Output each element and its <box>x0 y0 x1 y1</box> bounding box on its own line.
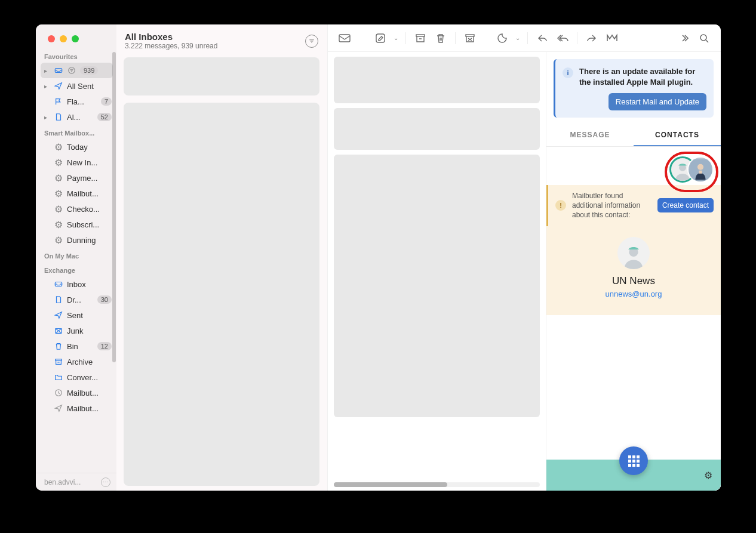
sidebar-item-conversations[interactable]: Conver... <box>36 369 116 385</box>
sidebar-item-label: Inbox <box>67 280 112 289</box>
sidebar: Favourites ▸ 939 ▸ All Sent Fla... 7 ▸ <box>36 24 116 491</box>
sidebar-item-all-sent[interactable]: ▸ All Sent <box>36 78 116 94</box>
app-window: Favourites ▸ 939 ▸ All Sent Fla... 7 ▸ <box>36 24 721 491</box>
message-list-column: All Inboxes 3.222 messages, 939 unread <box>116 24 327 491</box>
sidebar-item-all-inboxes[interactable]: ▸ 939 <box>41 63 113 78</box>
mailbox-subtitle: 3.222 messages, 939 unread <box>125 42 217 50</box>
contact-email-link[interactable]: unnews@un.org <box>606 289 662 298</box>
junk-button[interactable] <box>462 30 478 47</box>
sidebar-item-archive[interactable]: Archive <box>36 354 116 369</box>
sidebar-item-subscriptions[interactable]: ⚙Subscri... <box>36 217 116 232</box>
sidebar-footer[interactable]: ben.advvi... ⋯ <box>36 473 116 491</box>
sidebar-item-bin[interactable]: Bin12 <box>36 338 116 354</box>
sidebar-item-checkout[interactable]: ⚙Checko... <box>36 201 116 217</box>
account-menu-icon[interactable]: ⋯ <box>101 477 110 487</box>
svg-rect-7 <box>376 34 385 42</box>
separator <box>455 32 456 44</box>
trash-icon <box>54 341 63 351</box>
sidebar-item-flagged[interactable]: Fla... 7 <box>36 94 116 109</box>
maximize-window-button[interactable] <box>72 35 79 42</box>
horizontal-scrollbar[interactable] <box>334 482 540 487</box>
mailbutler-button[interactable] <box>604 30 620 47</box>
more-button[interactable] <box>675 30 692 47</box>
sidebar-item-all-drafts[interactable]: ▸ Al... 52 <box>36 109 116 125</box>
gear-icon: ⚙ <box>54 235 63 245</box>
archive-icon <box>54 357 63 366</box>
sidebar-item-mailbutler-sent[interactable]: Mailbut... <box>36 400 116 416</box>
message-preview-placeholder[interactable] <box>124 57 319 95</box>
sidebar-item-label: Fla... <box>67 97 97 106</box>
sidebar-item-label: Archive <box>67 358 112 366</box>
separator <box>577 32 577 44</box>
sidebar-item-label: Al... <box>67 113 94 122</box>
tab-contacts[interactable]: CONTACTS <box>634 131 721 146</box>
grid-icon <box>628 455 640 467</box>
separator <box>527 32 528 44</box>
sidebar-item-today[interactable]: ⚙Today <box>36 139 116 155</box>
reply-button[interactable] <box>534 30 551 47</box>
inbox-icon <box>54 279 63 289</box>
compose-button[interactable] <box>372 30 389 47</box>
annotation-circle <box>665 152 718 192</box>
sidebar-item-label: Sent <box>67 311 112 320</box>
section-exchange: Exchange <box>36 262 116 276</box>
sidebar-item-label: Dunning <box>67 236 112 245</box>
minimize-window-button[interactable] <box>60 35 67 42</box>
delete-button[interactable] <box>432 30 449 47</box>
message-view[interactable] <box>328 52 546 491</box>
forward-button[interactable] <box>583 30 600 47</box>
sidebar-item-new-in[interactable]: ⚙New In... <box>36 155 116 170</box>
sidebar-item-junk[interactable]: Junk <box>36 323 116 338</box>
create-contact-button[interactable]: Create contact <box>657 198 714 212</box>
gear-icon: ⚙ <box>54 158 63 167</box>
sidebar-scroll[interactable]: Favourites ▸ 939 ▸ All Sent Fla... 7 ▸ <box>36 48 116 473</box>
filter-button[interactable] <box>305 35 318 48</box>
sidebar-item-label: Dr... <box>67 295 94 304</box>
snooze-button[interactable] <box>494 30 511 47</box>
update-banner-text: There is an update available for the ins… <box>579 66 706 87</box>
sidebar-item-inbox[interactable]: Inbox <box>36 276 116 292</box>
svg-rect-8 <box>416 35 425 36</box>
sidebar-item-drafts[interactable]: Dr...30 <box>36 292 116 307</box>
scrollbar-thumb[interactable] <box>334 482 447 487</box>
tab-message[interactable]: MESSAGE <box>546 131 634 146</box>
apps-fab-button[interactable] <box>619 446 648 475</box>
close-window-button[interactable] <box>48 35 55 42</box>
archive-button[interactable] <box>412 30 429 47</box>
chevron-down-icon[interactable]: ⌄ <box>392 35 399 41</box>
restart-update-button[interactable]: Restart Mail and Update <box>609 93 706 110</box>
sidebar-item-mailbutler[interactable]: ⚙Mailbut... <box>36 186 116 201</box>
reply-all-button[interactable] <box>554 30 571 47</box>
sidebar-item-sent[interactable]: Sent <box>36 307 116 323</box>
contact-found-text: Mailbutler found additional information … <box>572 191 651 220</box>
count-badge: 52 <box>97 113 112 121</box>
scrollbar-thumb[interactable] <box>112 52 116 362</box>
settings-button[interactable]: ⚙ <box>704 470 712 481</box>
chevron-down-icon[interactable]: ⌄ <box>514 35 521 41</box>
document-icon <box>54 112 63 122</box>
message-preview-placeholder[interactable] <box>124 103 319 486</box>
message-body-placeholder <box>334 108 540 150</box>
sidebar-item-mailbutler-scheduled[interactable]: Mailbut... <box>36 385 116 400</box>
gear-icon: ⚙ <box>54 142 63 152</box>
info-icon: i <box>563 67 573 78</box>
account-label: ben.advvi... <box>44 478 81 486</box>
avatars-row <box>546 147 721 185</box>
sidebar-item-label: Today <box>67 143 112 152</box>
flag-icon <box>54 97 63 106</box>
chevron-right-icon: ▸ <box>44 114 50 121</box>
sidebar-item-label: New In... <box>67 158 112 167</box>
inspector-tabs: MESSAGE CONTACTS <box>546 125 721 147</box>
search-button[interactable] <box>696 30 712 47</box>
envelope-button[interactable] <box>336 30 353 47</box>
sidebar-item-dunning[interactable]: ⚙Dunning <box>36 232 116 248</box>
message-list[interactable] <box>116 53 327 491</box>
chevron-right-icon: ▸ <box>44 67 50 74</box>
count-badge: 12 <box>97 342 112 350</box>
gear-icon: ⚙ <box>54 189 63 198</box>
section-favourites: Favourites <box>36 48 116 63</box>
viewer-body: i There is an update available for the i… <box>328 52 721 491</box>
count-badge: 30 <box>97 295 112 304</box>
paperplane-icon <box>54 81 63 91</box>
sidebar-item-payments[interactable]: ⚙Payme... <box>36 170 116 186</box>
